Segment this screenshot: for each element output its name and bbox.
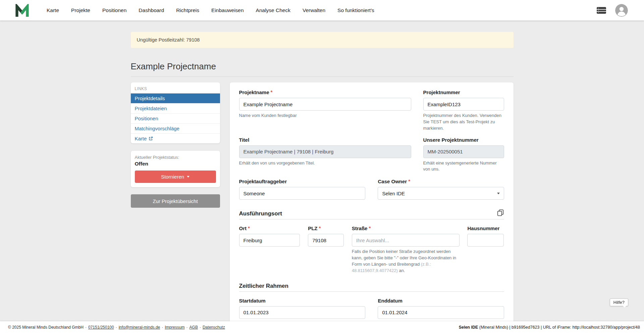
- person-icon: [615, 4, 628, 17]
- nav-item-analyse-check[interactable]: Analyse Check: [256, 7, 290, 13]
- hausnummer-label: Hausnummer: [467, 225, 504, 231]
- footer-link-agb[interactable]: AGB: [190, 325, 198, 330]
- section-ausfuehrungsort: Ausführungsort: [239, 209, 504, 219]
- project-overview-button[interactable]: Zur Projektübersicht: [131, 194, 220, 208]
- brand-logo[interactable]: [15, 4, 29, 17]
- footer-separator: ·: [116, 325, 117, 330]
- label-text: Projektauftraggeber: [239, 179, 287, 184]
- session-details: (Mineral Minds) | b91695ed7623 | URL of …: [478, 325, 640, 330]
- section-title: Ausführungsort: [239, 210, 282, 217]
- footer-link-email[interactable]: info@mineral-minds.de: [119, 325, 160, 330]
- required-marker: *: [319, 225, 321, 231]
- footer-link-phone[interactable]: 07151/250100: [88, 325, 114, 330]
- titel-help: Erhält den von uns vorgegebenen Titel.: [239, 160, 412, 166]
- links-header: LINKS: [131, 86, 220, 93]
- case-owner-select[interactable]: Selen IDE: [378, 187, 504, 200]
- projektauftraggeber-field: Projektauftraggeber: [239, 179, 365, 200]
- sidebar-item-positionen[interactable]: Positionen: [131, 113, 220, 123]
- nav-item-positionen[interactable]: Positionen: [102, 7, 126, 13]
- status-card: Aktueller Projektstatus: Offen Storniere…: [131, 151, 220, 187]
- strasse-label: Straße *: [352, 225, 460, 231]
- caret-down-icon: [497, 193, 500, 194]
- nav-item-dashboard[interactable]: Dashboard: [139, 7, 164, 13]
- startdatum-label: Startdatum: [239, 298, 365, 304]
- startdatum-input[interactable]: [239, 306, 365, 319]
- sidebar-item-karte[interactable]: Karte: [131, 133, 220, 143]
- help-button[interactable]: Hilfe?: [610, 298, 628, 306]
- required-marker: *: [248, 225, 250, 231]
- enddatum-label: Enddatum: [378, 298, 504, 304]
- titel-input: [239, 145, 412, 158]
- sidebar-item-projektdateien[interactable]: Projektdateien: [131, 103, 220, 113]
- unsere-projektnummer-label: Unsere Projektnummer: [423, 137, 504, 143]
- user-avatar[interactable]: [615, 4, 628, 17]
- label-text: Straße: [352, 225, 368, 231]
- section-zeitlicher-rahmen: Zeitlicher Rahmen: [239, 283, 504, 292]
- title-divider: [131, 76, 514, 77]
- label-text: Startdatum: [239, 298, 266, 304]
- sidebar-item-matchingvorschlaege[interactable]: Matchingvorschläge: [131, 123, 220, 133]
- page-title: Example Projectname: [131, 61, 514, 72]
- label-text: Projektname: [239, 89, 269, 95]
- projektnummer-field: Projektnummer Projektnummer des Kunden. …: [423, 89, 504, 132]
- case-owner-field: Case Owner * Selen IDE: [378, 179, 504, 200]
- copy-icon[interactable]: [497, 209, 504, 217]
- top-navbar: Karte Projekte Positionen Dashboard Rich…: [0, 0, 644, 20]
- ort-field: Ort *: [239, 225, 300, 274]
- nav-item-einbauweisen[interactable]: Einbauweisen: [211, 7, 244, 13]
- stornieren-button[interactable]: Stornieren: [135, 171, 216, 183]
- links-card: LINKS Projektdetails Projektdateien Posi…: [131, 82, 220, 143]
- left-sidebar: LINKS Projektdetails Projektdateien Posi…: [131, 82, 220, 208]
- strasse-input[interactable]: [352, 234, 460, 247]
- nav-item-verwalten[interactable]: Verwalten: [303, 7, 325, 13]
- footer-link-datenschutz[interactable]: Datenschutz: [203, 325, 225, 330]
- copyright-text: © 2025 Mineral Minds Deutschland GmbH: [8, 325, 84, 330]
- titel-field: Titel Erhält den von uns vorgegebenen Ti…: [239, 137, 412, 173]
- projektauftraggeber-input[interactable]: [239, 187, 365, 200]
- unsere-projektnummer-help: Erhält eine systemgenerierte Nummer von …: [423, 160, 504, 173]
- stornieren-label: Stornieren: [161, 174, 184, 180]
- projektname-label: Projektname *: [239, 89, 412, 95]
- ort-input[interactable]: [239, 234, 300, 247]
- label-text: Ort: [239, 225, 247, 231]
- projektnummer-label: Projektnummer: [423, 89, 504, 95]
- caret-down-icon: [187, 176, 190, 178]
- footer-separator: ·: [162, 325, 163, 330]
- enddatum-field: Enddatum: [378, 298, 504, 319]
- server-icon[interactable]: [596, 6, 606, 14]
- hausnummer-field: Hausnummer: [467, 225, 504, 274]
- projektname-input[interactable]: [239, 98, 412, 111]
- footer-session-info: Selen IDE (Mineral Minds) | b91695ed7623…: [459, 325, 640, 330]
- nav-item-richtpreis[interactable]: Richtpreis: [176, 7, 199, 13]
- nav-item-karte[interactable]: Karte: [47, 7, 59, 13]
- label-text: Enddatum: [378, 298, 402, 304]
- projektnummer-input[interactable]: [423, 98, 504, 111]
- nav-item-so-funktionierts[interactable]: So funktioniert's: [337, 7, 374, 13]
- label-text: Case Owner: [378, 179, 407, 184]
- main-nav: Karte Projekte Positionen Dashboard Rich…: [47, 7, 374, 13]
- required-marker: *: [271, 89, 273, 95]
- projektname-field: Projektname * Name vom Kunden festlegbar: [239, 89, 412, 132]
- project-details-form: Projektname * Name vom Kunden festlegbar…: [230, 82, 514, 321]
- plz-label: PLZ *: [308, 225, 344, 231]
- enddatum-input[interactable]: [378, 306, 504, 319]
- session-user: Selen IDE: [459, 325, 478, 330]
- titel-label: Titel: [239, 137, 412, 143]
- alert-text: Ungültige Postleitzahl: 79108: [137, 37, 200, 43]
- sidebar-item-label: Karte: [135, 136, 147, 141]
- startdatum-field: Startdatum: [239, 298, 365, 319]
- hausnummer-input[interactable]: [467, 234, 504, 247]
- sidebar-item-projektdetails[interactable]: Projektdetails: [131, 93, 220, 103]
- plz-input[interactable]: [308, 234, 344, 247]
- footer-link-impressum[interactable]: Impressum: [165, 325, 184, 330]
- nav-item-projekte[interactable]: Projekte: [71, 7, 90, 13]
- project-status-label: Aktueller Projektstatus:: [135, 155, 216, 160]
- projektnummer-help: Projektnummer des Kunden. Verwenden Sie …: [423, 113, 504, 132]
- projektname-help: Name vom Kunden festlegbar: [239, 113, 412, 119]
- case-owner-label: Case Owner *: [378, 179, 504, 184]
- footer-separator: ·: [186, 325, 188, 330]
- unsere-projektnummer-input: [423, 145, 504, 158]
- case-owner-value: Selen IDE: [382, 191, 405, 196]
- projektauftraggeber-label: Projektauftraggeber: [239, 179, 365, 184]
- navbar-right: [596, 4, 628, 17]
